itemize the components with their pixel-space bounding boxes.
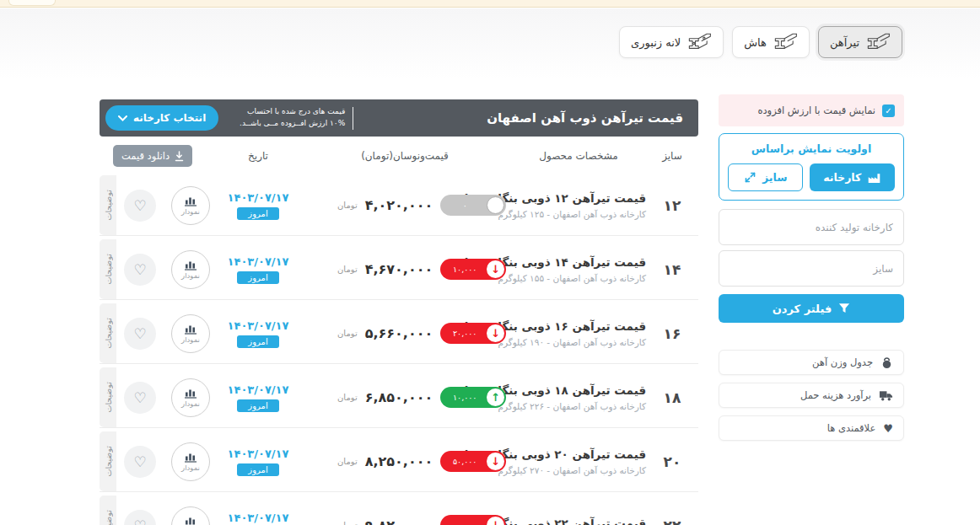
price-date: ۱۴۰۳/۰۷/۱۷ bbox=[228, 191, 289, 204]
tab-label: لانه زنبوری bbox=[631, 36, 681, 49]
row-favorite-cell: ♡ bbox=[116, 318, 164, 350]
chart-button[interactable]: نمودار bbox=[171, 250, 210, 289]
price-date: ۱۴۰۳/۰۷/۱۷ bbox=[228, 383, 289, 396]
price-table: قیمت تیرآهن ذوب آهن اصفهان قیمت های درج … bbox=[100, 99, 698, 525]
trend-arrow-icon bbox=[487, 196, 504, 214]
currency-label: تومان bbox=[337, 265, 358, 274]
details-tab[interactable]: توضیحات bbox=[100, 431, 116, 491]
price-value: ۹,۸۲۰,۰۰۰ bbox=[365, 517, 433, 525]
sidebar-item-shipping-estimate[interactable]: برآورد هزینه حمل bbox=[719, 383, 904, 408]
bar-chart-icon bbox=[184, 260, 197, 271]
currency-label: تومان bbox=[337, 329, 358, 338]
row-date-cell: ۱۴۰۳/۰۷/۱۷ امروز bbox=[218, 255, 299, 284]
resize-icon bbox=[744, 171, 757, 184]
chart-button[interactable]: نمودار bbox=[171, 314, 210, 353]
table-row: توضیحات ۱۸ قیمت تیرآهن ۱۸ ذوبی بنگاه تهر… bbox=[100, 367, 698, 428]
row-chart-cell: نمودار bbox=[164, 250, 218, 289]
column-date: تاریخ bbox=[218, 150, 299, 162]
row-chart-cell: نمودار bbox=[164, 186, 218, 225]
row-favorite-cell: ♡ bbox=[116, 510, 164, 525]
size-filter-input[interactable] bbox=[719, 250, 904, 287]
page-header: تیرآهن هاش لانه زنبوری bbox=[0, 8, 980, 80]
priority-factory-button[interactable]: کارخانه bbox=[810, 163, 895, 191]
price-change-badge: ۵۰,۰۰۰ ↓ bbox=[440, 451, 506, 472]
price-date: ۱۴۰۳/۰۷/۱۷ bbox=[228, 447, 289, 460]
details-tab[interactable]: توضیحات bbox=[100, 175, 116, 235]
sidebar-item-weight-table[interactable]: جدول وزن آهن bbox=[719, 350, 904, 375]
today-badge: امروز bbox=[237, 335, 278, 348]
select-factory-button[interactable]: انتخاب کارخانه bbox=[105, 105, 218, 131]
chart-button[interactable]: نمودار bbox=[171, 186, 210, 225]
product-subtitle: کارخانه ذوب آهن اصفهان - ۲۷۰ کیلوگرم bbox=[511, 465, 646, 475]
filter-submit-button[interactable]: فیلتر کردن bbox=[719, 294, 904, 323]
factory-filter-input[interactable] bbox=[719, 209, 904, 245]
price-change-badge: ۲۰,۰۰۰ ↓ bbox=[440, 323, 506, 344]
download-icon bbox=[175, 151, 184, 162]
price-value: ۵,۶۶۰,۰۰۰ bbox=[365, 325, 433, 341]
today-badge: امروز bbox=[237, 399, 278, 412]
row-favorite-cell: ♡ bbox=[116, 446, 164, 478]
factory-icon bbox=[867, 172, 881, 184]
sidebar-item-favorites[interactable]: ♥ علاقمندی ها bbox=[719, 415, 904, 441]
vat-note: قیمت های درج شده با احتساب ۱۰% ارزش افــ… bbox=[225, 106, 345, 130]
row-date-cell: ۱۴۰۳/۰۷/۱۷ امروز bbox=[218, 447, 299, 476]
favorite-heart-icon[interactable]: ♡ bbox=[124, 382, 156, 414]
trend-arrow-icon: ↓ bbox=[487, 517, 504, 525]
details-tab[interactable]: توضیحات bbox=[100, 239, 116, 299]
tab-label: تیرآهن bbox=[830, 36, 859, 49]
bar-chart-icon bbox=[184, 388, 197, 399]
vat-toggle-box: ✓ نمایش قیمت با ارزش افزوده bbox=[719, 94, 904, 126]
column-price: قیمت‌و‌نوسان(تومان) bbox=[299, 150, 511, 162]
tab-hash[interactable]: هاش bbox=[732, 26, 810, 58]
row-price-cell: ۵۰,۰۰۰ ↓ ۸,۲۵۰,۰۰۰ تومان bbox=[299, 451, 511, 472]
funnel-icon bbox=[838, 303, 850, 314]
tab-honeycomb[interactable]: لانه زنبوری bbox=[619, 26, 724, 58]
favorite-heart-icon[interactable]: ♡ bbox=[124, 510, 156, 525]
download-price-button[interactable]: دانلود قیمت bbox=[113, 145, 192, 167]
top-partial-element bbox=[8, 0, 56, 6]
vat-checkbox[interactable]: ✓ bbox=[882, 104, 895, 117]
details-tab[interactable]: توضیحات bbox=[100, 496, 116, 525]
product-title: قیمت تیرآهن ۱۴ ذوبی بنگاه تهران bbox=[511, 255, 646, 269]
row-product: قیمت تیرآهن ۲۲ ذوبی بنگاه تهران bbox=[511, 517, 646, 525]
trend-arrow-icon: ↓ bbox=[487, 453, 504, 470]
product-subtitle: کارخانه ذوب آهن اصفهان - ۲۲۶ کیلوگرم bbox=[511, 401, 646, 411]
favorite-heart-icon[interactable]: ♡ bbox=[124, 254, 156, 286]
chart-button[interactable]: نمودار bbox=[171, 506, 210, 525]
tab-tirahan[interactable]: تیرآهن bbox=[818, 26, 902, 58]
price-value: ۸,۲۵۰,۰۰۰ bbox=[365, 453, 433, 469]
header-divider bbox=[353, 107, 353, 130]
row-size: ۱۶ bbox=[646, 325, 698, 342]
favorite-heart-icon[interactable]: ♡ bbox=[124, 318, 156, 350]
trend-arrow-icon: ↑ bbox=[487, 388, 504, 406]
currency-label: تومان bbox=[337, 521, 358, 525]
row-favorite-cell: ♡ bbox=[116, 254, 164, 286]
table-row: توضیحات ۱۶ قیمت تیرآهن ۱۶ ذوبی بنگاه تهر… bbox=[100, 303, 698, 364]
row-size: ۱۸ bbox=[646, 389, 698, 406]
truck-icon bbox=[879, 390, 893, 401]
favorite-heart-icon[interactable]: ♡ bbox=[124, 446, 156, 478]
priority-title: اولویت نمایش براساس bbox=[728, 142, 895, 155]
row-chart-cell: نمودار bbox=[164, 378, 218, 417]
product-subtitle: کارخانه ذوب آهن اصفهان - ۱۹۰ کیلوگرم bbox=[511, 337, 646, 347]
table-header: قیمت تیرآهن ذوب آهن اصفهان قیمت های درج … bbox=[100, 99, 698, 137]
table-row: توضیحات ۲۰ قیمت تیرآهن ۲۰ ذوبی بنگاه تهر… bbox=[100, 431, 698, 492]
row-price-cell: ۲۰,۰۰۰ ↓ ۵,۶۶۰,۰۰۰ تومان bbox=[299, 323, 511, 344]
price-change-badge: ۱۰,۰۰۰ ↓ bbox=[440, 259, 506, 280]
chart-button[interactable]: نمودار bbox=[171, 442, 210, 481]
price-change-badge: ۰ bbox=[440, 195, 506, 216]
row-size: ۲۲ bbox=[646, 517, 698, 525]
bar-chart-icon bbox=[184, 196, 197, 206]
chart-button[interactable]: نمودار bbox=[171, 378, 210, 417]
product-subtitle: کارخانه ذوب آهن اصفهان - ۱۵۵ کیلوگرم bbox=[511, 273, 646, 283]
bar-chart-icon bbox=[184, 516, 197, 525]
today-badge: امروز bbox=[237, 207, 278, 220]
trend-arrow-icon: ↓ bbox=[487, 324, 504, 342]
price-date: ۱۴۰۳/۰۷/۱۷ bbox=[228, 319, 289, 332]
table-row: توضیحات ۱۴ قیمت تیرآهن ۱۴ ذوبی بنگاه تهر… bbox=[100, 239, 698, 300]
details-tab[interactable]: توضیحات bbox=[100, 367, 116, 427]
currency-label: تومان bbox=[337, 393, 358, 402]
favorite-heart-icon[interactable]: ♡ bbox=[124, 190, 156, 222]
priority-size-button[interactable]: سایز bbox=[728, 163, 803, 191]
details-tab[interactable]: توضیحات bbox=[100, 303, 116, 363]
